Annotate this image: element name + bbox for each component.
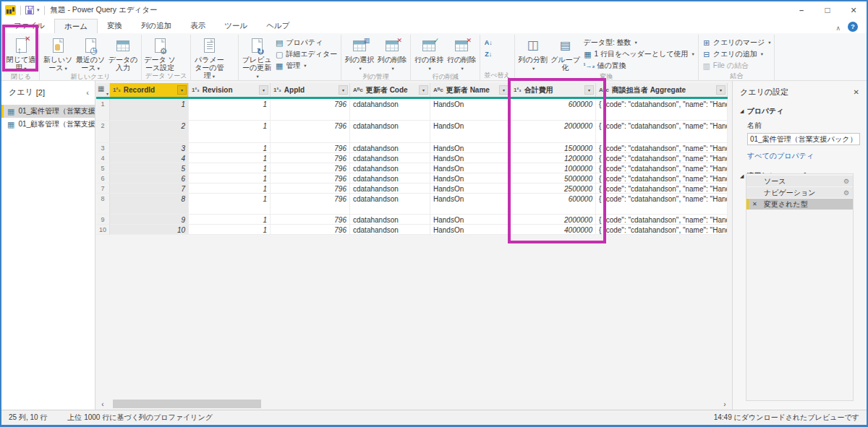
advanced-editor-button[interactable]: 詳細エディター (273, 48, 339, 60)
cell-更新者 Code: cdatahandson (350, 225, 430, 235)
quick-access-dropdown-icon[interactable] (37, 7, 40, 13)
properties-section-header[interactable]: プロパティ (740, 106, 859, 116)
tab-file[interactable]: ファイル (4, 19, 54, 33)
save-icon[interactable] (25, 6, 34, 14)
profiling-status[interactable]: 上位 1000 行に基づく列のプロファイリング (67, 413, 213, 423)
horizontal-scrollbar[interactable] (97, 399, 731, 409)
cell-商談担当者 Aggregate: { "code": "cdatahandson", "name": "Hands… (596, 99, 728, 121)
cell-更新者 Name: HandsOn (430, 99, 511, 121)
query-list-item[interactable]: 01_案件管理（営業支援... (1, 105, 95, 118)
manage-button[interactable]: 管理 (273, 60, 339, 72)
query-list-item[interactable]: 01_顧客管理（営業支援... (1, 118, 95, 131)
data-type-label: データ型: 整数 (584, 38, 631, 48)
delete-step-icon[interactable] (752, 201, 757, 207)
row-number: 5 (96, 163, 110, 173)
use-first-row-as-headers-button[interactable]: 1 行目をヘッダーとして使用 (582, 48, 696, 60)
column-header-Revision[interactable]: 1²₃Revision (189, 83, 271, 97)
choose-columns-button[interactable]: 列の選択 (344, 35, 375, 72)
group-by-button[interactable]: グループ化 (550, 35, 582, 72)
cell-Revision: 1 (189, 163, 271, 173)
close-pane-icon[interactable] (854, 88, 859, 96)
tab-home[interactable]: ホーム (54, 19, 98, 33)
cell-Revision: 1 (189, 153, 271, 163)
ribbon-group-パラメーター: パラメーターの管理パラメーター (191, 35, 239, 80)
data-source-settings-button[interactable]: データ ソース設定 (144, 35, 176, 72)
keep-rows-button[interactable]: 行の保持 (413, 35, 445, 72)
properties-button[interactable]: プロパティ (273, 37, 339, 48)
dropdown-arrow-icon (461, 66, 464, 71)
minimize-icon[interactable] (788, 1, 814, 19)
all-properties-link[interactable]: すべてのプロパティ (747, 151, 859, 161)
remove-columns-icon (386, 40, 399, 51)
help-icon[interactable] (848, 22, 858, 32)
tab-transform[interactable]: 変換 (98, 19, 132, 33)
column-filter-dropdown-icon[interactable] (177, 85, 187, 95)
applied-step[interactable]: ソース (746, 176, 853, 186)
cell-Revision: 1 (189, 121, 271, 143)
column-filter-dropdown-icon[interactable] (584, 85, 594, 95)
dropdown-arrow-icon (429, 66, 431, 71)
cell-更新者 Name: HandsOn (430, 215, 511, 225)
cell-更新者 Name: HandsOn (430, 225, 511, 235)
query-name-input[interactable] (747, 133, 860, 145)
replace-values-button[interactable]: 値の置換 (582, 60, 696, 72)
cell-更新者 Code: cdatahandson (350, 163, 430, 173)
close-icon[interactable] (841, 1, 867, 19)
tab-view[interactable]: 表示 (181, 19, 215, 33)
column-filter-dropdown-icon[interactable] (339, 85, 348, 95)
close-and-apply-button[interactable]: 閉じて適用 (5, 35, 37, 72)
gear-icon[interactable] (843, 178, 849, 185)
grid-corner-menu[interactable] (96, 83, 110, 97)
scroll-right-icon[interactable] (719, 400, 731, 408)
dropdown-arrow-icon (97, 66, 99, 71)
dropdown-arrow-icon (532, 66, 535, 71)
gear-icon[interactable] (843, 189, 849, 197)
grid-header-row: 1²₃RecordId1²₃Revision1²₃AppIdAᴮc更新者 Cod… (96, 83, 728, 99)
applied-step[interactable]: 変更された型 (746, 199, 853, 210)
data-type-button[interactable]: データ型: 整数 (582, 37, 696, 48)
chevron-left-icon[interactable] (86, 88, 89, 97)
tab-tools[interactable]: ツール (215, 19, 257, 33)
applied-step[interactable]: ナビゲーション (746, 187, 853, 198)
scrollbar-thumb[interactable] (113, 400, 261, 408)
scroll-left-icon[interactable] (97, 400, 109, 408)
column-header-更新者 Code[interactable]: Aᴮc更新者 Code (350, 83, 430, 97)
column-filter-dropdown-icon[interactable] (716, 85, 726, 95)
enter-data-button[interactable]: データの入力 (107, 35, 139, 72)
manage-parameters-button[interactable]: パラメーターの管理 (193, 35, 225, 80)
column-header-商談担当者 Aggregate[interactable]: Aᴮc商談担当者 Aggregate (596, 83, 728, 97)
column-filter-dropdown-icon[interactable] (499, 85, 509, 95)
remove-columns-button[interactable]: 列の削除 (376, 35, 408, 72)
column-header-合計費用[interactable]: 1²₃合計費用 (511, 83, 596, 97)
cell-更新者 Code: cdatahandson (350, 194, 430, 215)
maximize-icon[interactable] (814, 1, 841, 19)
column-name: RecordId (124, 86, 155, 94)
table-row: 10101796cdatahandsonHandsOn4000000{ "cod… (96, 225, 728, 235)
column-filter-dropdown-icon[interactable] (259, 85, 268, 95)
append-queries-button[interactable]: クエリの追加 (701, 48, 773, 60)
scrollbar-track[interactable] (109, 400, 719, 408)
ribbon-group-並べ替え: 並べ替え (480, 35, 514, 80)
tab-add-column[interactable]: 列の追加 (132, 19, 181, 33)
new-source-button[interactable]: 新しいソース (42, 35, 74, 72)
choose-columns-label: 列の選択 (344, 56, 375, 72)
cell-Revision: 1 (189, 215, 271, 225)
cell-更新者 Name: HandsOn (430, 121, 511, 143)
refresh-preview-button[interactable]: プレビューの更新 (241, 35, 273, 80)
sort-ascending-button[interactable] (482, 37, 494, 48)
cell-商談担当者 Aggregate: { "code": "cdatahandson", "name": "Hands… (596, 163, 728, 173)
recent-sources-button[interactable]: 最近のソース (75, 35, 106, 72)
merge-queries-button[interactable]: クエリのマージ (701, 37, 773, 48)
collapse-ribbon-icon[interactable] (835, 20, 841, 33)
tab-help[interactable]: ヘルプ (257, 19, 299, 33)
titlebar-separator (44, 6, 45, 15)
column-header-AppId[interactable]: 1²₃AppId (271, 83, 350, 97)
cell-RecordId: 6 (110, 173, 189, 184)
sort-descending-button[interactable] (482, 48, 494, 60)
column-filter-dropdown-icon[interactable] (419, 85, 428, 95)
remove-rows-button[interactable]: 行の削除 (446, 35, 477, 72)
column-header-RecordId[interactable]: 1²₃RecordId (110, 83, 189, 97)
split-column-button[interactable]: 列の分割 (517, 35, 549, 72)
column-header-更新者 Name[interactable]: Aᴮc更新者 Name (430, 83, 511, 97)
cell-AppId: 796 (271, 225, 350, 235)
